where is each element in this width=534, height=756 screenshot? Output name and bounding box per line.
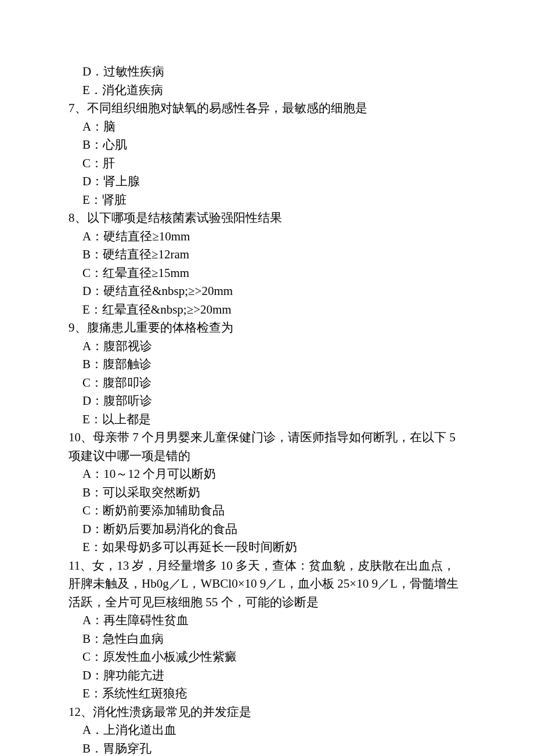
option-text: E：红晕直径&nbsp;≥>20mm (68, 301, 466, 319)
option-text: B．胃肠穿孔 (68, 740, 466, 757)
question-text: 10、母亲带 7 个月男婴来儿童保健门诊，请医师指导如何断乳，在以下 5 项建议… (68, 429, 466, 465)
option-text: D：脾功能亢进 (68, 667, 466, 685)
option-text: E：以上都是 (68, 411, 466, 429)
question-text: 11、女，13 岁，月经量增多 10 多天，查体：贫血貌，皮肤散在出血点，肝脾未… (68, 557, 466, 612)
option-text: C：肝 (68, 154, 466, 173)
option-text: D：硬结直径&nbsp;≥>20mm (68, 282, 466, 301)
question-text: 12、消化性溃疡最常见的并发症是 (68, 703, 466, 722)
option-text: D：腹部听诊 (68, 392, 466, 411)
option-text: E：系统性红斑狼疮 (68, 685, 466, 703)
option-text: B：硬结直径≥12ram (68, 246, 466, 264)
option-text: B：急性白血病 (68, 630, 466, 649)
option-text: C：腹部叩诊 (68, 374, 466, 393)
question-text: 9、腹痛患儿重要的体格检查为 (68, 319, 466, 337)
option-text: B：心肌 (68, 136, 466, 154)
option-text: E．消化道疾病 (68, 81, 466, 100)
question-text: 7、不同组织细胞对缺氧的易感性各异，最敏感的细胞是 (68, 99, 466, 118)
option-text: D：肾上腺 (68, 172, 466, 191)
option-text: D：断奶后要加易消化的食品 (68, 520, 466, 539)
option-text: A：腹部视诊 (68, 337, 466, 356)
option-text: A：10～12 个月可以断奶 (68, 465, 466, 484)
option-text: A：硬结直径≥10mm (68, 228, 466, 246)
question-text: 8、以下哪项是结核菌素试验强阳性结果 (68, 209, 466, 228)
option-text: B：可以采取突然断奶 (68, 484, 466, 502)
option-text: A．上消化道出血 (68, 721, 466, 740)
option-text: D．过敏性疾病 (68, 63, 466, 81)
option-text: C：断奶前要添加辅助食品 (68, 502, 466, 520)
option-text: B：腹部触诊 (68, 355, 466, 374)
document-page: D．过敏性疾病E．消化道疾病7、不同组织细胞对缺氧的易感性各异，最敏感的细胞是A… (0, 0, 534, 756)
option-text: C：原发性血小板减少性紫癜 (68, 648, 466, 667)
option-text: A：脑 (68, 118, 466, 136)
option-text: E：肾脏 (68, 191, 466, 210)
option-text: A：再生障碍性贫血 (68, 611, 466, 630)
option-text: C：红晕直径≥15mm (68, 264, 466, 283)
option-text: E：如果母奶多可以再延长一段时间断奶 (68, 538, 466, 557)
